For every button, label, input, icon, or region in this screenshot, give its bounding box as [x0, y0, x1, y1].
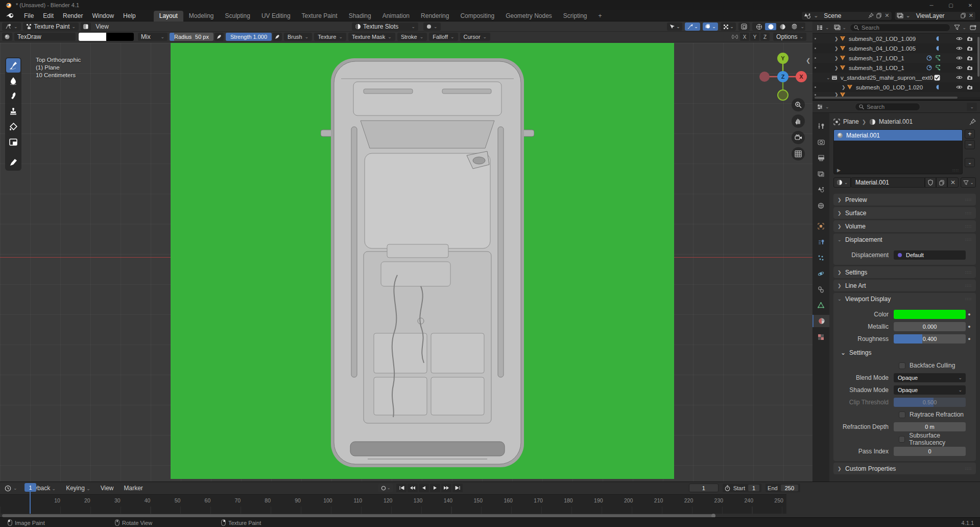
- panel-settings-collapsed[interactable]: ❯Settings::::: [833, 266, 976, 278]
- popover-texture-mask[interactable]: Texture Mask⌄: [348, 33, 395, 41]
- tab-particles[interactable]: [812, 251, 829, 264]
- unlink-material-button[interactable]: ✕: [947, 177, 959, 188]
- pin-icon[interactable]: [868, 13, 874, 18]
- timeline-editor-type-button[interactable]: ⌄: [3, 484, 19, 492]
- popover-brush[interactable]: Brush⌄: [284, 33, 312, 41]
- copy-icon[interactable]: [876, 13, 882, 18]
- camera-view-button[interactable]: [792, 131, 805, 144]
- play-button[interactable]: [430, 484, 440, 492]
- workspace-tab-animation[interactable]: Animation: [377, 11, 415, 21]
- start-frame-field[interactable]: 1: [748, 485, 759, 491]
- outliner-item-label[interactable]: submesh_18_LOD_1: [849, 65, 904, 71]
- mirror-z-button[interactable]: Z: [760, 33, 770, 41]
- editor-type-button[interactable]: ⌄: [2, 22, 21, 31]
- strength-slider[interactable]: Strength 1.000: [226, 33, 272, 41]
- timeline-menu-keying[interactable]: Keying ⌄: [61, 484, 95, 493]
- blend-mode-select[interactable]: Opaque⌄: [894, 373, 966, 382]
- strength-pressure-toggle[interactable]: [273, 33, 282, 41]
- mesh-data-icon[interactable]: [936, 45, 940, 51]
- add-slot-button[interactable]: +: [965, 129, 975, 139]
- outliner-filter-button[interactable]: ⌄: [953, 24, 967, 32]
- outliner-item-label[interactable]: submesh_17_LOD_1: [849, 55, 904, 61]
- car-model-top-view[interactable]: [321, 55, 534, 473]
- panel-preview[interactable]: ❯Preview::::: [833, 194, 976, 205]
- eye-icon[interactable]: [956, 36, 963, 41]
- material-slot-selected[interactable]: Material.001: [834, 130, 962, 141]
- primary-color-swatch[interactable]: [79, 33, 106, 41]
- tab-tool[interactable]: [812, 120, 829, 132]
- jump-to-end-button[interactable]: [452, 484, 463, 492]
- minimize-button[interactable]: ─: [922, 0, 941, 10]
- eye-icon[interactable]: [956, 85, 963, 89]
- copy-icon[interactable]: [961, 13, 966, 18]
- tool-draw-button[interactable]: [6, 58, 20, 73]
- workspace-tab--[interactable]: +: [593, 11, 608, 21]
- scene-selector[interactable]: ⌄ Scene ✕: [801, 11, 892, 20]
- outliner-object-row[interactable]: ❯submesh_17_LOD_1: [812, 53, 980, 63]
- eye-icon[interactable]: [956, 65, 963, 70]
- blender-menu-icon[interactable]: [6, 12, 14, 19]
- fake-user-button[interactable]: [925, 177, 936, 188]
- tab-physics[interactable]: [812, 267, 829, 280]
- new-material-button[interactable]: [936, 177, 947, 188]
- outliner-item-label[interactable]: submesh_02_LOD_1.009: [849, 36, 916, 42]
- mirror-y-button[interactable]: Y: [750, 33, 759, 41]
- stopwatch-icon[interactable]: [725, 485, 730, 491]
- viewlayer-selector[interactable]: ⌄ ViewLayer ✕: [894, 11, 976, 20]
- mirror-x-button[interactable]: X: [740, 33, 749, 41]
- remove-icon[interactable]: ✕: [969, 12, 973, 19]
- shading-rendered-button[interactable]: [788, 23, 800, 30]
- viewport-canvas[interactable]: Top Orthographic (1) Plane 10 Centimeter…: [0, 43, 812, 482]
- panel-line-art[interactable]: ❯Line Art::::: [833, 280, 976, 291]
- outliner-item-label[interactable]: v_standard25_mahir_supron__ext0: [841, 75, 933, 81]
- panel-custom-properties[interactable]: ❯Custom Properties::::: [833, 463, 976, 474]
- eye-icon[interactable]: [956, 56, 963, 60]
- animate-dot-icon[interactable]: ●: [966, 312, 973, 317]
- tab-texture[interactable]: [812, 331, 829, 343]
- camera-icon[interactable]: [967, 65, 973, 71]
- proportional-edit-toggle[interactable]: ⌄: [685, 22, 700, 31]
- subpanel-settings[interactable]: ⌄Settings: [833, 347, 973, 358]
- eye-icon[interactable]: [956, 75, 963, 80]
- material-icon[interactable]: [926, 55, 932, 61]
- overlays-toggle[interactable]: [738, 22, 750, 31]
- animate-dot-icon[interactable]: ●: [966, 336, 973, 341]
- expand-icon[interactable]: ▶: [837, 168, 841, 173]
- workspace-tab-scripting[interactable]: Scripting: [558, 11, 593, 21]
- menu-file[interactable]: File: [19, 11, 38, 20]
- raytrace-refraction-row[interactable]: Raytrace Refraction: [833, 409, 973, 420]
- roughness-slider[interactable]: 0.400: [894, 334, 966, 343]
- backface-culling-row[interactable]: Backface Culling: [833, 360, 973, 371]
- pin-icon[interactable]: [969, 119, 976, 125]
- tool-fill-button[interactable]: [6, 120, 20, 134]
- tool-soften-button[interactable]: [6, 74, 20, 88]
- radius-pressure-toggle[interactable]: [214, 33, 224, 41]
- outliner-horizontal-scrollbar[interactable]: [815, 97, 958, 99]
- show-gizmo-dropdown[interactable]: ⌄: [667, 22, 682, 31]
- panel-surface[interactable]: ❯Surface::::: [833, 207, 976, 219]
- checkbox-checked-icon[interactable]: [934, 75, 940, 81]
- breadcrumb-object[interactable]: Plane: [843, 118, 859, 125]
- shading-solid-button[interactable]: [765, 23, 776, 30]
- shading-material-button[interactable]: [777, 23, 788, 30]
- outliner-search-input[interactable]: Search: [850, 24, 950, 32]
- texture-slots-dropdown[interactable]: Texture Slots ⌄: [352, 22, 418, 31]
- mesh-data-icon[interactable]: [936, 84, 940, 90]
- outliner-vertical-scrollbar[interactable]: [977, 37, 979, 77]
- workspace-tab-compositing[interactable]: Compositing: [455, 11, 500, 21]
- workspace-tab-modeling[interactable]: Modeling: [183, 11, 220, 21]
- workspace-tab-geometry-nodes[interactable]: Geometry Nodes: [500, 11, 558, 21]
- auto-keying-button[interactable]: ⌄: [378, 484, 393, 492]
- panel-displacement[interactable]: ⌄Displacement:::: Displacement Default: [833, 234, 976, 265]
- menu-window[interactable]: Window: [87, 11, 118, 20]
- material-browse-button[interactable]: ⌄: [833, 177, 851, 188]
- workspace-tab-sculpting[interactable]: Sculpting: [220, 11, 256, 21]
- unlink-icon[interactable]: ✕: [885, 12, 889, 19]
- shadow-mode-select[interactable]: Opaque⌄: [894, 385, 966, 395]
- camera-icon[interactable]: [967, 36, 973, 41]
- eye-icon[interactable]: [956, 46, 963, 51]
- tool-clone-button[interactable]: [6, 104, 20, 119]
- new-collection-icon[interactable]: [970, 24, 977, 31]
- nodetree-icon[interactable]: [935, 65, 940, 71]
- workspace-tab-rendering[interactable]: Rendering: [415, 11, 455, 21]
